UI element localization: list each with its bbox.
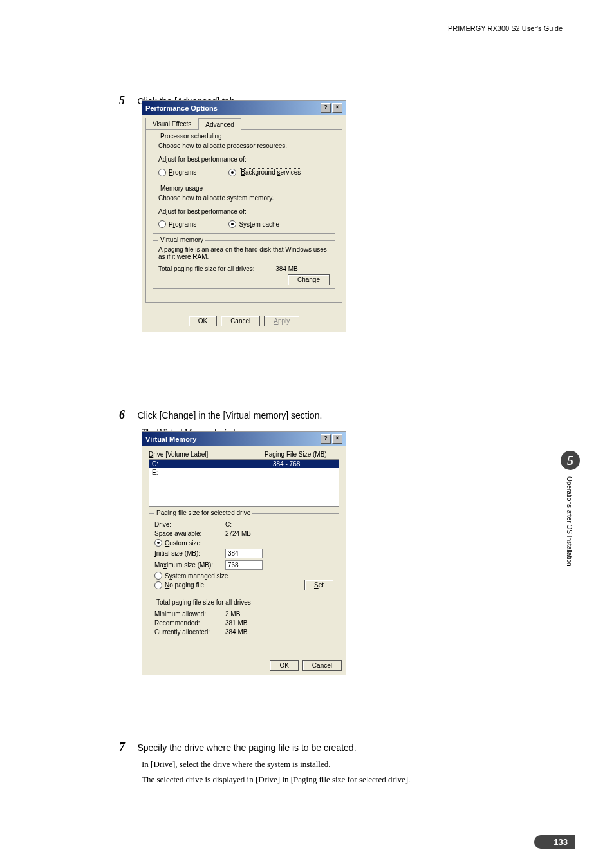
drive-label: Drive: bbox=[154, 521, 225, 528]
max-label: Maximum size (MB): bbox=[154, 561, 225, 569]
radio-label: Programs bbox=[169, 221, 196, 228]
ok-button[interactable]: OK bbox=[189, 316, 217, 326]
radio-background-services[interactable]: Background services bbox=[228, 168, 302, 176]
rec-value: 381 MB bbox=[225, 619, 247, 627]
group-label: Memory usage bbox=[158, 185, 205, 192]
group-label: Processor scheduling bbox=[158, 133, 224, 140]
total-paging-group: Total paging file size for all drives Mi… bbox=[149, 603, 339, 643]
drive-row-e[interactable]: E: bbox=[149, 468, 339, 476]
radio-icon bbox=[158, 220, 166, 228]
virtual-memory-group: Virtual memory A paging file is an area … bbox=[153, 240, 335, 289]
drive-row-c[interactable]: C: 384 - 768 bbox=[149, 460, 339, 468]
radio-label: Programs bbox=[169, 169, 196, 176]
radio-custom-size[interactable]: Custom size: bbox=[154, 539, 333, 547]
step-7-subtext2: The selected drive is displayed in [Driv… bbox=[142, 775, 410, 785]
step-6-text: Click [Change] in the [Virtual memory] s… bbox=[137, 410, 322, 420]
drive-value: C: bbox=[225, 521, 232, 528]
initial-label: Initial size (MB): bbox=[154, 550, 225, 557]
radio-icon bbox=[228, 220, 236, 228]
step-7-text: Specify the drive where the paging file … bbox=[137, 742, 356, 753]
radio-icon bbox=[154, 572, 162, 580]
cur-value: 384 MB bbox=[225, 628, 247, 636]
step-7-subtext1: In [Drive], select the drive where the s… bbox=[142, 759, 410, 769]
drive-name: E: bbox=[149, 468, 270, 476]
cancel-button[interactable]: Cancel bbox=[302, 660, 342, 671]
dialog-title: Performance Options bbox=[145, 104, 218, 112]
drive-list[interactable]: C: 384 - 768 E: bbox=[149, 459, 339, 507]
drive-size: 384 - 768 bbox=[270, 460, 302, 468]
paging-size-group: Paging file size for selected drive Driv… bbox=[149, 513, 339, 596]
cancel-button[interactable]: Cancel bbox=[221, 316, 260, 326]
radio-icon bbox=[158, 169, 166, 176]
max-size-input[interactable]: 768 bbox=[225, 560, 263, 570]
radio-icon bbox=[228, 169, 236, 176]
initial-size-input[interactable]: 384 bbox=[225, 549, 263, 558]
set-button[interactable]: Set bbox=[304, 580, 333, 590]
help-icon[interactable]: ? bbox=[321, 103, 331, 113]
tab-advanced[interactable]: Advanced bbox=[198, 118, 241, 130]
space-label: Space available: bbox=[154, 530, 225, 537]
page-header: PRIMERGY RX300 S2 User's Guide bbox=[448, 24, 563, 32]
group-text: Adjust for best performance of: bbox=[158, 156, 330, 163]
page-number: 133 bbox=[534, 835, 575, 849]
total-value: 384 MB bbox=[275, 265, 297, 272]
radio-no-paging[interactable]: No paging file bbox=[154, 581, 204, 589]
dialog-titlebar: Virtual Memory ? × bbox=[142, 432, 346, 446]
radio-label: System cache bbox=[239, 221, 279, 228]
radio-label: System managed size bbox=[165, 572, 228, 580]
radio-programs[interactable]: Programs bbox=[158, 168, 196, 176]
rec-label: Recommended: bbox=[154, 619, 225, 627]
total-label: Total paging file size for all drives: bbox=[158, 265, 255, 272]
step-6-number: 6 bbox=[119, 408, 135, 422]
group-text: Choose how to allocate system memory. bbox=[158, 194, 330, 202]
size-column-header: Paging File Size (MB) bbox=[265, 451, 327, 458]
virtual-memory-dialog: Virtual Memory ? × Drive [Volume Label] … bbox=[142, 431, 346, 675]
drive-column-header: Drive [Volume Label] bbox=[149, 451, 265, 458]
radio-label: No paging file bbox=[165, 581, 204, 589]
radio-system-cache[interactable]: System cache bbox=[228, 220, 279, 228]
group-text: A paging file is an area on the hard dis… bbox=[158, 246, 330, 260]
group-text: Adjust for best performance of: bbox=[158, 208, 330, 215]
chapter-tab: 5 Operations after OS Installation bbox=[561, 451, 579, 567]
close-icon[interactable]: × bbox=[332, 434, 342, 444]
step-7-number: 7 bbox=[119, 741, 135, 754]
step-5-number: 5 bbox=[119, 94, 135, 108]
cur-label: Currently allocated: bbox=[154, 628, 225, 636]
memory-usage-group: Memory usage Choose how to allocate syst… bbox=[153, 189, 335, 234]
group-label: Total paging file size for all drives bbox=[154, 599, 253, 606]
radio-icon bbox=[154, 539, 162, 547]
group-label: Virtual memory bbox=[158, 236, 205, 243]
ok-button[interactable]: OK bbox=[270, 660, 298, 671]
radio-label: Background services bbox=[239, 168, 302, 176]
radio-icon bbox=[154, 581, 162, 589]
drive-name: C: bbox=[149, 460, 270, 468]
dialog-title: Virtual Memory bbox=[145, 435, 196, 443]
processor-scheduling-group: Processor scheduling Choose how to alloc… bbox=[153, 137, 335, 182]
radio-label: Custom size: bbox=[165, 540, 202, 547]
group-text: Choose how to allocate processor resourc… bbox=[158, 142, 330, 149]
change-button[interactable]: Change bbox=[288, 274, 330, 285]
apply-button[interactable]: Apply bbox=[264, 316, 299, 326]
tab-visual-effects[interactable]: Visual Effects bbox=[145, 118, 198, 129]
close-icon[interactable]: × bbox=[332, 103, 342, 113]
min-value: 2 MB bbox=[225, 610, 240, 618]
min-label: Minimum allowed: bbox=[154, 610, 225, 618]
radio-system-managed[interactable]: System managed size bbox=[154, 572, 333, 580]
radio-programs-mem[interactable]: Programs bbox=[158, 220, 196, 228]
dialog-titlebar: Performance Options ? × bbox=[142, 101, 346, 115]
space-value: 2724 MB bbox=[225, 530, 251, 537]
chapter-title: Operations after OS Installation bbox=[566, 476, 573, 567]
group-label: Paging file size for selected drive bbox=[154, 509, 252, 516]
performance-options-dialog: Performance Options ? × Visual Effects A… bbox=[142, 100, 346, 332]
help-icon[interactable]: ? bbox=[321, 434, 331, 444]
chapter-number: 5 bbox=[561, 451, 580, 470]
